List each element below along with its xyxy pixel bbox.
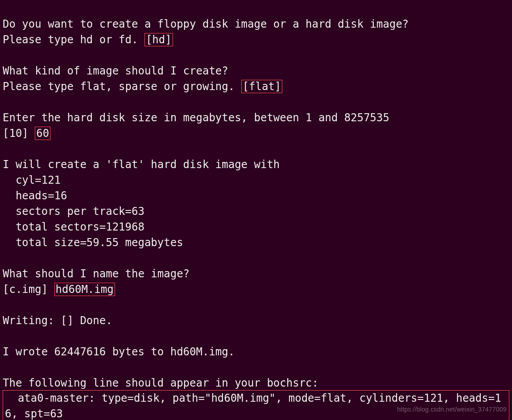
total-sectors-line: total sectors=121968 (3, 221, 145, 233)
terminal-output: Do you want to create a floppy disk imag… (3, 1, 509, 420)
highlight-hd: [hd] (145, 33, 173, 46)
prompt-image-kind-prefix: Please type flat, sparse or growing. (3, 80, 241, 93)
prompt-disk-type-question: Do you want to create a floppy disk imag… (3, 18, 409, 30)
prompt-disk-type-prefix: Please type hd or fd. (3, 33, 145, 46)
prompt-name-question: What should I name the image? (3, 268, 190, 280)
watermark-text: https://blog.csdn.net/weixin_37477009 (397, 402, 507, 417)
total-size-line: total size=59.55 megabytes (3, 236, 183, 249)
prompt-image-kind-question: What kind of image should I create? (3, 65, 228, 77)
bochsrc-header: The following line should appear in your… (3, 377, 318, 389)
prompt-size-question: Enter the hard disk size in megabytes, b… (3, 111, 389, 124)
create-header: I will create a 'flat' hard disk image w… (3, 158, 280, 171)
highlight-flat: [flat] (241, 80, 283, 93)
writing-line: Writing: [] Done. (3, 314, 112, 327)
cyl-line: cyl=121 (3, 174, 61, 186)
wrote-line: I wrote 62447616 bytes to hd60M.img. (3, 346, 235, 358)
prompt-size-default: [10] (3, 127, 35, 140)
prompt-name-default: [c.img] (3, 283, 54, 296)
highlight-size-value: 60 (35, 127, 50, 140)
spt-line: sectors per track=63 (3, 205, 145, 218)
highlight-name-value: hd60M.img (54, 283, 115, 296)
heads-line: heads=16 (3, 189, 67, 202)
